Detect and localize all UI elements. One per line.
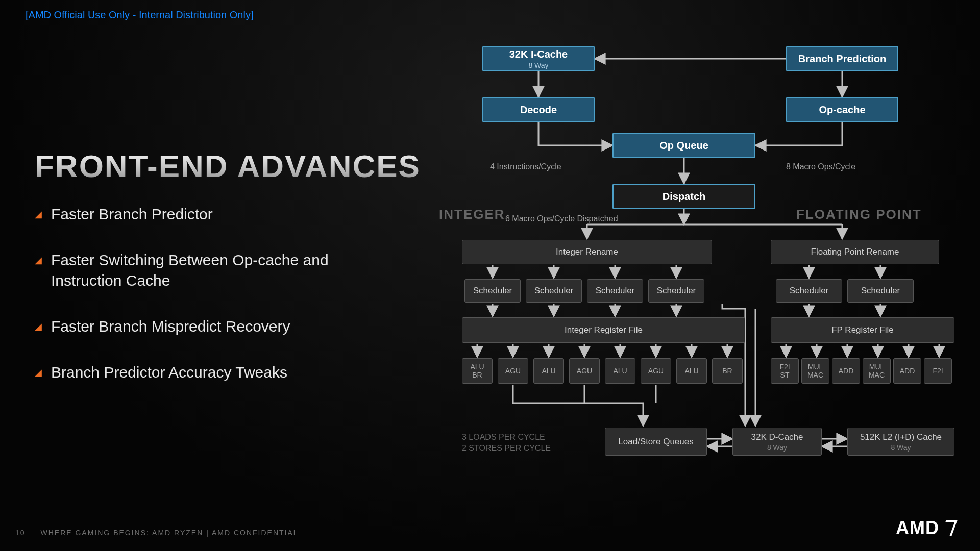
node-opcache: Op-cache [786,97,898,122]
node-integer-rename: Integer Rename [462,240,712,264]
node-dispatch: Dispatch [612,184,755,209]
node-int-scheduler: Scheduler [648,279,704,303]
bullet-item: ◢Faster Branch Mispredict Recovery [35,316,351,337]
bullet-text: Faster Branch Mispredict Recovery [51,316,290,337]
bullet-list: ◢Faster Branch Predictor ◢Faster Switchi… [35,204,351,408]
node-exec-unit: ADD [832,358,860,384]
page-number: 10 [15,529,26,537]
amd-logo: AMD [896,517,954,539]
bullet-icon: ◢ [35,362,42,383]
node-exec-unit: ADD [893,358,921,384]
node-fp-rename: Floating Point Rename [771,240,939,264]
section-integer: INTEGER [439,207,505,222]
node-int-regfile: Integer Register File [462,317,745,343]
bullet-icon: ◢ [35,316,42,337]
label-6mop: 6 Macro Ops/Cycle Dispatched [505,214,618,223]
footer-text: WHERE GAMING BEGINS: AMD RYZEN | AMD CON… [40,529,298,537]
node-exec-unit: MUL MAC [801,358,829,384]
node-int-scheduler: Scheduler [587,279,643,303]
node-dcache: 32K D-Cache8 Way [732,428,822,456]
node-exec-unit: AGU [569,358,600,384]
bullet-icon: ◢ [35,204,42,224]
node-exec-unit: MUL MAC [863,358,891,384]
bullet-icon: ◢ [35,250,42,270]
bullet-item: ◢Faster Switching Between Op-cache and I… [35,250,351,291]
bullet-item: ◢Faster Branch Predictor [35,204,351,224]
bullet-text: Branch Predictor Accuracy Tweaks [51,362,287,383]
node-fp-regfile: FP Register File [771,317,954,343]
classification-banner: [AMD Official Use Only - Internal Distri… [26,9,253,21]
node-exec-unit: F2I [924,358,952,384]
label-loads: 3 LOADS PER CYCLE [462,433,545,442]
node-l2cache: 512K L2 (I+D) Cache8 Way [847,428,954,456]
node-exec-unit: ALU [533,358,564,384]
footer: 10 WHERE GAMING BEGINS: AMD RYZEN | AMD … [15,529,299,537]
bullet-text: Faster Switching Between Op-cache and In… [51,250,351,291]
node-exec-unit: BR [712,358,743,384]
node-int-scheduler: Scheduler [464,279,521,303]
bullet-item: ◢Branch Predictor Accuracy Tweaks [35,362,351,383]
node-exec-unit: ALU BR [462,358,493,384]
node-icache: 32K I-Cache8 Way [482,46,595,71]
node-int-scheduler: Scheduler [526,279,582,303]
label-8mop: 8 Macro Ops/Cycle [786,162,855,171]
logo-text: AMD [896,517,939,539]
node-exec-unit: ALU [676,358,707,384]
node-fp-scheduler: Scheduler [847,279,914,303]
label-stores: 2 STORES PER CYCLE [462,444,551,453]
node-branch-prediction: Branch Prediction [786,46,898,71]
node-exec-unit: AGU [498,358,528,384]
node-exec-unit: F2I ST [771,358,799,384]
node-lsq: Load/Store Queues [605,428,707,456]
node-fp-scheduler: Scheduler [776,279,842,303]
amd-arrow-icon [941,520,958,536]
architecture-diagram: 32K I-Cache8 Way Branch Prediction Decod… [429,31,965,520]
node-exec-unit: ALU [605,358,635,384]
page-title: FRONT-END ADVANCES [35,148,421,184]
node-opqueue: Op Queue [612,133,755,158]
label-4ipc: 4 Instructions/Cycle [490,162,561,171]
section-fp: FLOATING POINT [796,207,922,222]
bullet-text: Faster Branch Predictor [51,204,213,224]
node-exec-unit: AGU [641,358,671,384]
node-decode: Decode [482,97,595,122]
